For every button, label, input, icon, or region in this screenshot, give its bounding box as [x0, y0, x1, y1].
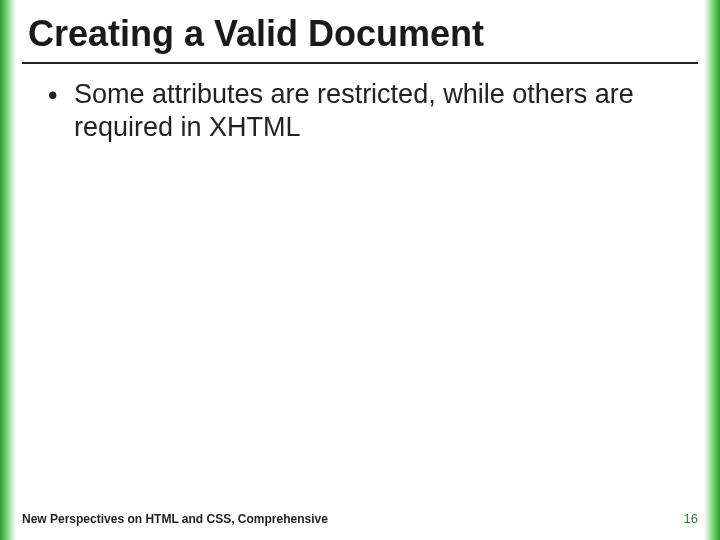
bullet-text: Some attributes are restricted, while ot…	[74, 79, 634, 142]
list-item: • Some attributes are restricted, while …	[48, 78, 672, 144]
slide-title: Creating a Valid Document	[28, 14, 692, 54]
right-border-gradient	[704, 0, 720, 540]
left-border-gradient	[0, 0, 16, 540]
bullet-icon: •	[48, 79, 57, 112]
title-underline	[22, 62, 698, 64]
slide: Creating a Valid Document • Some attribu…	[0, 0, 720, 540]
page-number: 16	[684, 511, 698, 526]
bullet-list: • Some attributes are restricted, while …	[48, 78, 672, 144]
footer-source: New Perspectives on HTML and CSS, Compre…	[22, 512, 328, 526]
